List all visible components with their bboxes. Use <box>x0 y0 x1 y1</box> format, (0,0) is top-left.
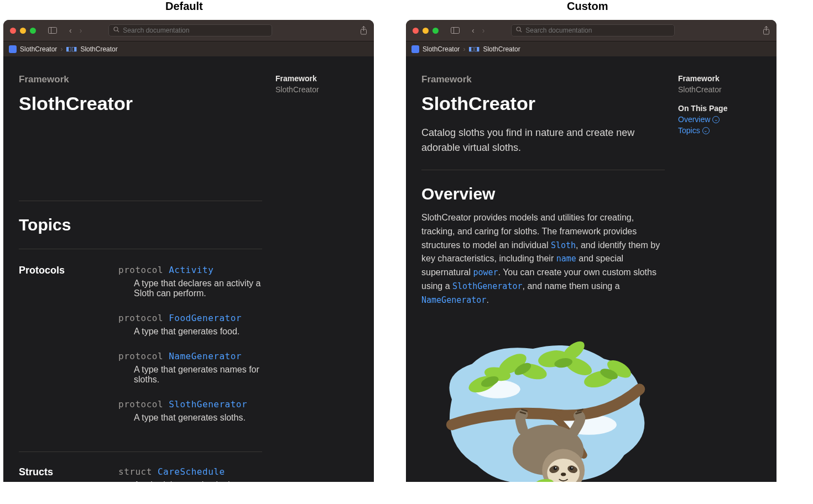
svg-rect-0 <box>49 28 57 34</box>
item-description: A type that generates sloths. <box>118 413 262 423</box>
chevron-down-icon: ⌄ <box>712 116 720 123</box>
svg-line-3 <box>118 30 119 32</box>
search-input[interactable] <box>525 27 670 34</box>
app-icon <box>411 45 419 53</box>
item-description: A type that generates food. <box>118 327 262 337</box>
search-input[interactable] <box>123 27 267 34</box>
back-icon[interactable]: ‹ <box>472 26 475 35</box>
traffic-lights <box>10 28 36 34</box>
svg-point-38 <box>555 467 556 468</box>
eyebrow: Framework <box>19 74 262 85</box>
overview-heading: Overview <box>421 185 665 203</box>
grid-icon: ◧◨ <box>66 45 77 53</box>
traffic-lights <box>413 28 439 34</box>
fullscreen-icon[interactable] <box>432 28 439 34</box>
symbol-link[interactable]: FoodGenerator <box>169 313 242 323</box>
close-icon[interactable] <box>413 28 419 34</box>
page-title: SlothCreator <box>421 93 665 114</box>
share-icon[interactable] <box>360 26 367 35</box>
back-icon[interactable]: ‹ <box>69 26 72 35</box>
titlebar: ‹ › <box>406 20 776 41</box>
topic-group-label: Protocols <box>19 265 102 437</box>
symbol-link[interactable]: SlothGenerator <box>169 399 247 410</box>
search-icon <box>113 27 119 34</box>
fullscreen-icon[interactable] <box>30 28 36 34</box>
svg-point-39 <box>571 467 572 468</box>
side-framework-value: SlothCreator <box>678 85 761 94</box>
separator <box>421 170 665 170</box>
item-description: A schedule to maintain the health and ha… <box>118 480 262 482</box>
breadcrumb-root[interactable]: SlothCreator <box>20 45 57 53</box>
sloth-illustration <box>421 318 665 482</box>
side-framework-label: Framework <box>678 74 761 83</box>
svg-point-8 <box>517 27 520 31</box>
side-framework-label: Framework <box>275 74 358 83</box>
search-icon <box>516 27 522 34</box>
symbol-link[interactable]: SlothGenerator <box>452 281 522 291</box>
grid-icon: ◧◨ <box>468 45 480 53</box>
symbol-link[interactable]: Sloth <box>551 240 576 250</box>
window-custom: ‹ › SlothCreator › ◧◨ SlothCreator Frame… <box>406 20 776 482</box>
window-default: ‹ › SlothCreator › ◧◨ SlothCreator Frame… <box>3 20 374 482</box>
page-title: SlothCreator <box>19 93 262 114</box>
svg-point-2 <box>114 27 118 31</box>
minimize-icon[interactable] <box>423 28 429 34</box>
topic-group-label: Structs <box>19 466 102 482</box>
forward-icon[interactable]: › <box>482 26 485 35</box>
svg-rect-6 <box>451 28 460 34</box>
search-input-box[interactable] <box>511 24 675 36</box>
symbol-link[interactable]: power <box>473 267 498 277</box>
svg-point-37 <box>570 466 573 470</box>
share-icon[interactable] <box>763 26 770 35</box>
item-description: A type that declares an activity a Sloth… <box>118 279 262 298</box>
symbol-link[interactable]: NameGenerator <box>169 351 242 361</box>
search-input-box[interactable] <box>108 24 272 36</box>
toc-link-topics[interactable]: Topics ⌄ <box>678 126 761 135</box>
separator <box>19 452 262 452</box>
list-item: protocol SlothGenerator A type that gene… <box>118 399 262 423</box>
on-this-page-label: On This Page <box>678 104 761 113</box>
chevron-down-icon: ⌄ <box>702 127 710 134</box>
item-description: A type that generates names for sloths. <box>118 365 262 385</box>
svg-point-36 <box>554 466 557 470</box>
symbol-link[interactable]: name <box>556 254 576 264</box>
titlebar: ‹ › <box>3 20 374 41</box>
sidebar-toggle-icon[interactable] <box>48 27 57 34</box>
separator <box>19 201 262 201</box>
toc-link-overview[interactable]: Overview ⌄ <box>678 115 761 124</box>
label-default: Default <box>165 0 203 13</box>
chevron-right-icon: › <box>60 45 62 53</box>
close-icon[interactable] <box>10 28 16 34</box>
symbol-link[interactable]: Activity <box>169 265 213 275</box>
topics-heading: Topics <box>19 216 262 234</box>
breadcrumb: SlothCreator › ◧◨ SlothCreator <box>406 41 776 56</box>
symbol-link[interactable]: CareSchedule <box>158 466 225 477</box>
breadcrumb-root[interactable]: SlothCreator <box>423 45 460 53</box>
list-item: protocol FoodGenerator A type that gener… <box>118 313 262 337</box>
breadcrumb: SlothCreator › ◧◨ SlothCreator <box>3 41 374 56</box>
minimize-icon[interactable] <box>20 28 26 34</box>
breadcrumb-leaf[interactable]: SlothCreator <box>483 45 520 53</box>
label-custom: Custom <box>567 0 608 13</box>
breadcrumb-leaf[interactable]: SlothCreator <box>80 45 117 53</box>
forward-icon[interactable]: › <box>80 26 82 35</box>
list-item: protocol Activity A type that declares a… <box>118 265 262 298</box>
chevron-right-icon: › <box>463 45 465 53</box>
abstract: Catalog sloths you find in nature and cr… <box>421 125 665 155</box>
list-item: struct CareSchedule A schedule to mainta… <box>118 466 262 482</box>
app-icon <box>9 45 17 53</box>
symbol-link[interactable]: NameGenerator <box>421 295 486 305</box>
separator <box>19 249 262 249</box>
sidebar-toggle-icon[interactable] <box>451 27 460 34</box>
eyebrow: Framework <box>421 74 665 85</box>
overview-text: SlothCreator provides models and utiliti… <box>421 211 665 307</box>
list-item: protocol NameGenerator A type that gener… <box>118 351 262 385</box>
side-framework-value: SlothCreator <box>275 85 358 94</box>
svg-point-40 <box>561 473 566 476</box>
svg-line-9 <box>520 30 522 32</box>
